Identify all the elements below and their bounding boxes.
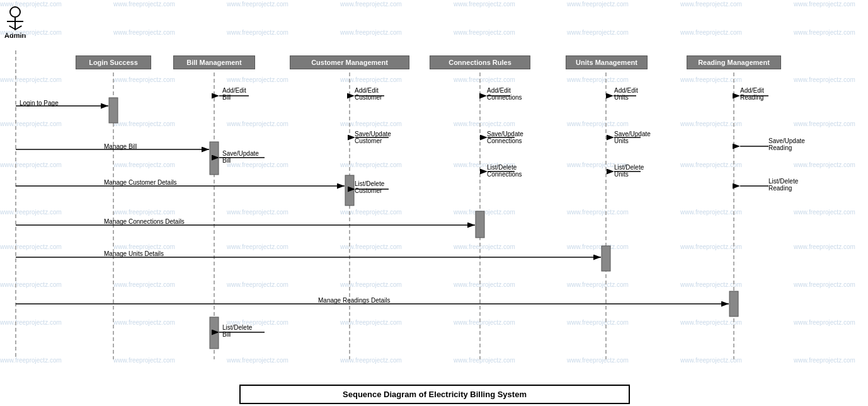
msg-save-update-customer: Save/UpdateCustomer [355,130,391,144]
svg-text:www.freeprojectz.com: www.freeprojectz.com [113,161,175,168]
msg-save-update-reading: Save/UpdateReading [768,137,838,151]
svg-text:www.freeprojectz.com: www.freeprojectz.com [680,281,742,288]
actor-label: Admin [4,32,26,39]
msg-save-update-bill: Save/UpdateBill [222,150,259,164]
svg-text:www.freeprojectz.com: www.freeprojectz.com [113,76,175,83]
svg-text:www.freeprojectz.com: www.freeprojectz.com [0,243,62,250]
msg-add-edit-bill: Add/EditBill [222,87,246,101]
msg-list-delete-units: List/DeleteUnits [614,164,644,178]
svg-text:www.freeprojectz.com: www.freeprojectz.com [113,209,175,216]
msg-manage-bill: Manage Bill [104,143,137,150]
svg-text:www.freeprojectz.com: www.freeprojectz.com [793,243,855,250]
svg-text:www.freeprojectz.com: www.freeprojectz.com [793,161,855,168]
svg-text:www.freeprojectz.com: www.freeprojectz.com [113,120,175,127]
msg-manage-readings: Manage Readings Details [318,297,391,304]
lifeline-connections-label: Connections Rules [448,59,511,66]
svg-text:www.freeprojectz.com: www.freeprojectz.com [0,319,62,326]
svg-text:www.freeprojectz.com: www.freeprojectz.com [453,281,515,288]
msg-save-update-units: Save/UpdateUnits [614,130,651,144]
svg-text:www.freeprojectz.com: www.freeprojectz.com [793,357,855,364]
msg-add-edit-connections: Add/EditConnections [487,87,522,101]
svg-rect-91 [602,246,610,271]
svg-text:www.freeprojectz.com: www.freeprojectz.com [113,281,175,288]
msg-manage-units: Manage Units Details [104,250,164,257]
svg-text:www.freeprojectz.com: www.freeprojectz.com [680,319,742,326]
svg-text:www.freeprojectz.com: www.freeprojectz.com [453,357,515,364]
lifeline-bill: Bill Management [173,55,255,69]
svg-text:www.freeprojectz.com: www.freeprojectz.com [113,319,175,326]
svg-text:www.freeprojectz.com: www.freeprojectz.com [453,209,515,216]
svg-text:www.freeprojectz.com: www.freeprojectz.com [680,357,742,364]
svg-text:www.freeprojectz.com: www.freeprojectz.com [340,209,402,216]
msg-list-delete-connections: List/DeleteConnections [487,164,522,178]
svg-text:www.freeprojectz.com: www.freeprojectz.com [680,243,742,250]
svg-text:www.freeprojectz.com: www.freeprojectz.com [453,76,515,83]
diagram-title: Sequence Diagram of Electricity Billing … [239,385,630,404]
svg-text:www.freeprojectz.com: www.freeprojectz.com [793,120,855,127]
svg-text:www.freeprojectz.com: www.freeprojectz.com [566,281,629,288]
svg-text:www.freeprojectz.com: www.freeprojectz.com [340,243,402,250]
svg-text:www.freeprojectz.com: www.freeprojectz.com [226,29,288,36]
lifeline-customer: Customer Management [290,55,409,69]
svg-text:www.freeprojectz.com: www.freeprojectz.com [453,1,515,8]
msg-manage-connections: Manage Connections Details [104,218,185,225]
svg-text:www.freeprojectz.com: www.freeprojectz.com [0,209,62,216]
svg-text:www.freeprojectz.com: www.freeprojectz.com [226,1,288,8]
svg-rect-87 [109,98,118,123]
svg-text:www.freeprojectz.com: www.freeprojectz.com [0,281,62,288]
svg-text:www.freeprojectz.com: www.freeprojectz.com [793,29,855,36]
svg-text:www.freeprojectz.com: www.freeprojectz.com [113,1,175,8]
svg-text:www.freeprojectz.com: www.freeprojectz.com [793,76,855,83]
msg-manage-customer: Manage Customer Details [104,179,177,186]
diagram-title-text: Sequence Diagram of Electricity Billing … [343,390,527,399]
svg-text:www.freeprojectz.com: www.freeprojectz.com [453,243,515,250]
msg-add-edit-units: Add/EditUnits [614,87,638,101]
svg-text:www.freeprojectz.com: www.freeprojectz.com [453,120,515,127]
svg-text:www.freeprojectz.com: www.freeprojectz.com [566,319,629,326]
svg-rect-90 [476,211,484,238]
svg-text:www.freeprojectz.com: www.freeprojectz.com [113,357,175,364]
msg-list-delete-bill: List/DeleteBill [222,324,252,338]
lifeline-login: Login Success [76,55,151,69]
svg-text:www.freeprojectz.com: www.freeprojectz.com [0,161,62,168]
svg-text:www.freeprojectz.com: www.freeprojectz.com [453,319,515,326]
svg-text:www.freeprojectz.com: www.freeprojectz.com [340,76,402,83]
svg-text:www.freeprojectz.com: www.freeprojectz.com [680,209,742,216]
svg-text:www.freeprojectz.com: www.freeprojectz.com [113,29,175,36]
actor-arms [7,21,23,22]
actor-body [14,18,16,30]
actor-legs-right [15,25,22,30]
lifeline-login-label: Login Success [89,59,138,66]
svg-text:www.freeprojectz.com: www.freeprojectz.com [340,161,402,168]
svg-text:www.freeprojectz.com: www.freeprojectz.com [793,209,855,216]
svg-text:www.freeprojectz.com: www.freeprojectz.com [680,161,742,168]
svg-text:www.freeprojectz.com: www.freeprojectz.com [340,1,402,8]
msg-login-to-page: Login to Page [20,100,59,107]
actor-head [9,6,21,18]
svg-text:www.freeprojectz.com: www.freeprojectz.com [340,319,402,326]
lifeline-reading: Reading Management [687,55,781,69]
svg-text:www.freeprojectz.com: www.freeprojectz.com [226,357,288,364]
svg-text:www.freeprojectz.com: www.freeprojectz.com [340,281,402,288]
svg-text:www.freeprojectz.com: www.freeprojectz.com [793,319,855,326]
svg-text:www.freeprojectz.com: www.freeprojectz.com [340,120,402,127]
svg-text:www.freeprojectz.com: www.freeprojectz.com [226,209,288,216]
diagram-container: // Generate watermarks www.freeprojectz.… [0,0,868,406]
svg-rect-93 [210,317,219,349]
svg-text:www.freeprojectz.com: www.freeprojectz.com [226,76,288,83]
svg-text:www.freeprojectz.com: www.freeprojectz.com [680,29,742,36]
svg-rect-89 [345,175,354,206]
lifeline-customer-label: Customer Management [311,59,388,66]
svg-text:www.freeprojectz.com: www.freeprojectz.com [566,1,629,8]
svg-text:www.freeprojectz.com: www.freeprojectz.com [113,243,175,250]
actor-figure [4,6,26,30]
msg-add-edit-reading: Add/EditReading [740,87,764,101]
lifeline-reading-label: Reading Management [698,59,770,66]
svg-text:www.freeprojectz.com: www.freeprojectz.com [566,209,629,216]
svg-text:www.freeprojectz.com: www.freeprojectz.com [566,243,629,250]
svg-text:www.freeprojectz.com: www.freeprojectz.com [680,120,742,127]
lifeline-units-label: Units Management [576,59,637,66]
svg-text:www.freeprojectz.com: www.freeprojectz.com [453,29,515,36]
svg-text:www.freeprojectz.com: www.freeprojectz.com [566,76,629,83]
lifeline-connections: Connections Rules [430,55,530,69]
